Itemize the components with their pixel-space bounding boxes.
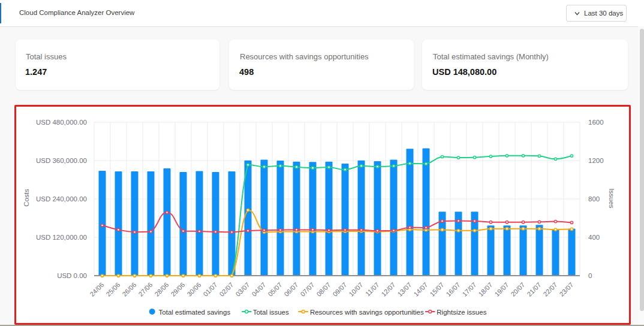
svg-text:06/07: 06/07 [282,281,299,298]
svg-text:24/06: 24/06 [88,281,105,298]
svg-text:USD 0.00: USD 0.00 [57,272,87,279]
svg-text:25/06: 25/06 [104,281,121,298]
svg-text:02/07: 02/07 [218,281,234,298]
svg-text:01/07: 01/07 [201,281,218,298]
svg-text:05/07: 05/07 [266,281,283,298]
svg-text:16/07: 16/07 [444,281,461,298]
svg-text:Issues: Issues [608,188,615,208]
svg-text:21/07: 21/07 [525,281,542,298]
svg-text:09/07: 09/07 [331,281,348,298]
svg-text:11/07: 11/07 [364,281,380,297]
svg-text:USD 480,000.00: USD 480,000.00 [36,119,87,126]
svg-text:22/07: 22/07 [541,281,558,298]
svg-text:27/06: 27/06 [137,281,154,298]
svg-text:23/07: 23/07 [558,281,574,298]
svg-text:04/07: 04/07 [250,281,267,298]
svg-text:08/07: 08/07 [315,281,332,298]
svg-text:USD 360,000.00: USD 360,000.00 [36,157,87,164]
svg-text:12/07: 12/07 [380,281,396,298]
svg-text:Resources with savings opportu: Resources with savings opportunities [310,309,424,316]
svg-text:18/07: 18/07 [477,281,493,298]
svg-text:800: 800 [588,195,600,203]
svg-text:26/06: 26/06 [121,281,137,298]
svg-text:03/07: 03/07 [234,281,251,298]
svg-text:Costs: Costs [23,189,30,207]
svg-text:USD 240,000.00: USD 240,000.00 [36,195,87,203]
svg-text:Rightsize issues: Rightsize issues [437,309,486,316]
svg-text:10/07: 10/07 [347,281,364,298]
svg-text:20/07: 20/07 [509,281,526,298]
svg-text:400: 400 [588,234,600,241]
svg-text:1600: 1600 [588,119,604,126]
svg-text:USD 120,000.00: USD 120,000.00 [36,234,87,241]
svg-text:14/07: 14/07 [412,281,429,298]
svg-text:07/07: 07/07 [299,281,315,298]
svg-text:29/06: 29/06 [169,281,186,298]
svg-text:15/07: 15/07 [428,281,445,298]
svg-text:30/06: 30/06 [185,281,202,298]
svg-text:1200: 1200 [588,157,604,164]
svg-text:17/07: 17/07 [461,281,477,298]
svg-text:19/07: 19/07 [493,281,510,298]
svg-text:Total issues: Total issues [253,309,289,316]
svg-text:28/06: 28/06 [153,281,170,298]
svg-text:0: 0 [588,272,592,279]
svg-text:13/07: 13/07 [396,281,413,298]
svg-text:Total estimated savings: Total estimated savings [159,309,231,316]
